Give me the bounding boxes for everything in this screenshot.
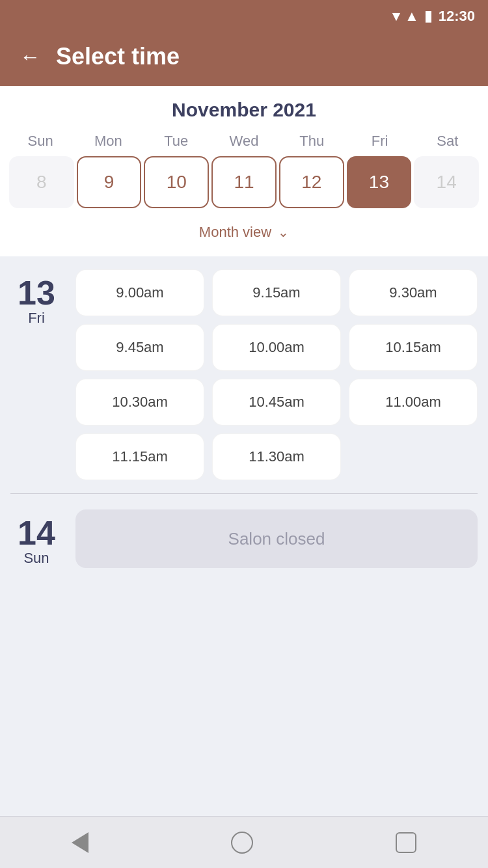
day-number-14: 14 xyxy=(18,516,55,550)
weekday-fri: Fri xyxy=(346,133,413,150)
day-label-13: 13 Fri xyxy=(10,269,62,480)
salon-closed-box: Salon closed xyxy=(75,509,478,568)
timeslot-1000am[interactable]: 10.00am xyxy=(212,324,341,371)
timeslot-1015am[interactable]: 10.15am xyxy=(349,324,478,371)
weekday-row: Sun Mon Tue Wed Thu Fri Sat xyxy=(7,133,481,150)
timeslot-930am[interactable]: 9.30am xyxy=(349,269,478,316)
date-14[interactable]: 14 xyxy=(414,156,479,208)
date-8[interactable]: 8 xyxy=(9,156,74,208)
day-name-13: Fri xyxy=(28,310,45,327)
date-12[interactable]: 12 xyxy=(279,156,344,208)
status-time: 12:30 xyxy=(439,8,475,25)
weekday-thu: Thu xyxy=(278,133,346,150)
timeslot-1115am[interactable]: 11.15am xyxy=(75,433,204,480)
date-row: 8 9 10 11 12 13 14 xyxy=(7,156,481,208)
page-title: Select time xyxy=(56,43,180,70)
status-icons: ▾ ▲ ▮ xyxy=(392,8,432,25)
timeslot-1045am[interactable]: 10.45am xyxy=(212,379,341,426)
day-number-13: 13 xyxy=(18,276,55,310)
battery-icon: ▮ xyxy=(424,8,432,25)
recent-nav-icon[interactable] xyxy=(396,832,416,853)
calendar: November 2021 Sun Mon Tue Wed Thu Fri Sa… xyxy=(0,86,488,256)
date-13[interactable]: 13 xyxy=(347,156,412,208)
date-11[interactable]: 11 xyxy=(211,156,277,208)
weekday-tue: Tue xyxy=(142,133,210,150)
day-name-14: Sun xyxy=(23,550,49,567)
date-9[interactable]: 9 xyxy=(77,156,142,208)
bottom-nav xyxy=(0,816,488,868)
weekday-wed: Wed xyxy=(210,133,278,150)
signal-icon: ▲ xyxy=(405,8,419,25)
app-header: ← Select time xyxy=(0,33,488,86)
timeslot-945am[interactable]: 9.45am xyxy=(75,324,204,371)
day-section-13: 13 Fri 9.00am 9.15am 9.30am 9.45am 10.00… xyxy=(10,269,478,480)
month-year-label: November 2021 xyxy=(7,99,481,121)
back-nav-icon[interactable] xyxy=(72,832,88,853)
month-view-toggle[interactable]: Month view ⌄ xyxy=(7,217,481,250)
day-label-14: 14 Sun xyxy=(10,509,62,568)
timeslot-900am[interactable]: 9.00am xyxy=(75,269,204,316)
salon-closed-label: Salon closed xyxy=(228,529,325,549)
timeslot-915am[interactable]: 9.15am xyxy=(212,269,341,316)
timeslot-1100am[interactable]: 11.00am xyxy=(349,379,478,426)
day-divider xyxy=(10,493,478,494)
day-section-14: 14 Sun Salon closed xyxy=(10,509,478,568)
timeslot-1030am[interactable]: 10.30am xyxy=(75,379,204,426)
timeslot-1130am[interactable]: 11.30am xyxy=(212,433,341,480)
weekday-mon: Mon xyxy=(74,133,142,150)
month-view-label: Month view xyxy=(199,224,271,241)
timeslots-section: 13 Fri 9.00am 9.15am 9.30am 9.45am 10.00… xyxy=(0,256,488,816)
back-button[interactable]: ← xyxy=(20,45,40,69)
date-10[interactable]: 10 xyxy=(144,156,209,208)
home-nav-icon[interactable] xyxy=(231,832,253,854)
chevron-down-icon: ⌄ xyxy=(278,224,289,240)
weekday-sat: Sat xyxy=(414,133,481,150)
timeslots-grid-13: 9.00am 9.15am 9.30am 9.45am 10.00am 10.1… xyxy=(75,269,478,480)
status-bar: ▾ ▲ ▮ 12:30 xyxy=(0,0,488,33)
weekday-sun: Sun xyxy=(7,133,74,150)
wifi-icon: ▾ xyxy=(392,8,400,25)
